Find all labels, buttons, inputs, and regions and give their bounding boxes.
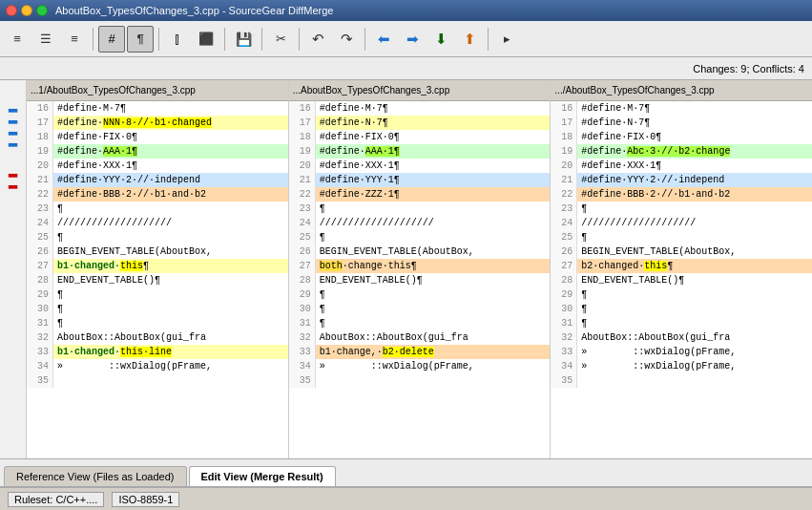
tab-edit-view[interactable]: Edit View (Merge Result) [189, 466, 336, 486]
toolbar-sep-3 [224, 28, 225, 51]
minimize-button[interactable] [21, 5, 32, 16]
prev-change-button[interactable]: ↶ [304, 26, 331, 53]
toolbar: ≡ ☰ ≡ # ¶ ⫿ ⬛ 💾 ✂ ↶ ↷ ⬅ ➡ ⬇ ⬆ ▸ [0, 21, 812, 57]
panel-2-header: ...AboutBox_TypesOfChanges_3.cpp [289, 80, 551, 101]
p1-line-25: 25 ¶ [27, 230, 288, 244]
p2-line-19: 19 #define·AAA·1¶ [289, 144, 551, 159]
p3-line-34: 34 » ::wxDialog(pFrame, [551, 359, 812, 373]
p2-line-29: 29 ¶ [289, 287, 551, 302]
p1-line-34: 34 » ::wxDialog(pFrame, [27, 359, 288, 373]
changes-bar: Changes: 9; Conflicts: 4 [0, 57, 812, 80]
merge-left-button[interactable]: ⬅ [370, 26, 397, 53]
columns-button[interactable]: ⫿ [164, 26, 191, 53]
p2-line-35: 35 [289, 373, 551, 388]
panel-1-content[interactable]: 16 #define·M·7¶ 17 #define·NNN·8·//·b1·c… [27, 101, 288, 458]
p3-line-31: 31 ¶ [551, 316, 812, 330]
p2-line-23: 23 ¶ [289, 202, 551, 216]
toolbar-sep-7 [488, 28, 489, 51]
p3-line-35: 35 [551, 373, 812, 388]
sidebar-indicators: ▬ ▬ ▬ ▬ ▬ ▬ [0, 80, 27, 458]
toolbar-sep-2 [158, 28, 159, 51]
p2-line-20: 20 #define·XXX·1¶ [289, 159, 551, 173]
p3-line-26: 26 BEGIN_EVENT_TABLE(AboutBox, [551, 244, 812, 259]
tab-bar: Reference View (Files as Loaded) Edit Vi… [0, 458, 812, 487]
p1-line-19: 19 #define·AAA·1¶ [27, 144, 288, 159]
main-content: ▬ ▬ ▬ ▬ ▬ ▬ ...1/AboutBox_TypesOfChanges… [0, 80, 812, 458]
indicator-4: ▬ [0, 138, 26, 149]
p1-line-18: 18 #define·FIX·0¶ [27, 130, 288, 144]
p2-line-21: 21 #define·YYY·1¶ [289, 173, 551, 187]
p1-line-20: 20 #define·XXX·1¶ [27, 159, 288, 173]
p3-line-16: 16 #define·M·7¶ [551, 101, 812, 116]
p3-line-30: 30 ¶ [551, 302, 812, 316]
save-button[interactable]: 💾 [230, 26, 257, 53]
status-bar: Ruleset: C/C++.... ISO-8859-1 [0, 487, 812, 510]
p1-line-33: 33 b1·changed·this·line [27, 345, 288, 359]
p2-line-28: 28 END_EVENT_TABLE()¶ [289, 273, 551, 287]
toolbar-btn-3[interactable]: ≡ [61, 26, 88, 53]
p3-line-27: 27 b2·changed·this¶ [551, 259, 812, 273]
p2-line-30: 30 ¶ [289, 302, 551, 316]
panel-1-header: ...1/AboutBox_TypesOfChanges_3.cpp [27, 80, 288, 101]
p2-line-26: 26 BEGIN_EVENT_TABLE(AboutBox, [289, 244, 551, 259]
p1-line-32: 32 AboutBox::AboutBox(gui_fra [27, 330, 288, 345]
status-encoding: ISO-8859-1 [112, 492, 179, 507]
p1-line-17: 17 #define·NNN·8·//·b1·changed [27, 116, 288, 130]
p3-line-21: 21 #define·YYY·2·//·independ [551, 173, 812, 187]
panel-3-header: .../AboutBox_TypesOfChanges_3.cpp [551, 80, 812, 101]
p1-line-27: 27 b1·changed·this¶ [27, 259, 288, 273]
cut-button[interactable]: ✂ [267, 26, 294, 53]
toolbar-sep-4 [261, 28, 262, 51]
rows-button[interactable]: ⬛ [193, 26, 219, 53]
toolbar-btn-2[interactable]: ☰ [32, 26, 59, 53]
changes-text: Changes: 9; Conflicts: 4 [693, 63, 804, 74]
merge-up-button[interactable]: ⬆ [456, 26, 483, 53]
panel-2-content[interactable]: 16 #define·M·7¶ 17 #define·N·7¶ 18 #defi… [289, 101, 551, 458]
p3-line-18: 18 #define·FIX·0¶ [551, 130, 812, 144]
p3-line-29: 29 ¶ [551, 287, 812, 302]
status-ruleset: Ruleset: C/C++.... [8, 492, 104, 507]
tab-reference-view[interactable]: Reference View (Files as Loaded) [4, 466, 187, 486]
toolbar-btn-1[interactable]: ≡ [4, 26, 31, 53]
toolbar-sep-5 [299, 28, 300, 51]
p2-line-16: 16 #define·M·7¶ [289, 101, 551, 116]
maximize-button[interactable] [36, 5, 48, 16]
p2-line-25: 25 ¶ [289, 230, 551, 244]
merge-down-button[interactable]: ⬇ [427, 26, 454, 53]
p1-line-21: 21 #define·YYY·2·//·independ [27, 173, 288, 187]
p3-line-33: 33 » ::wxDialog(pFrame, [551, 345, 812, 359]
p1-line-16: 16 #define·M·7¶ [27, 101, 288, 116]
title-bar: AboutBox_TypesOfChanges_3.cpp - SourceGe… [0, 0, 812, 21]
p1-line-35: 35 [27, 373, 288, 388]
p2-line-34: 34 » ::wxDialog(pFrame, [289, 359, 551, 373]
next-change-button[interactable]: ↷ [333, 26, 360, 53]
p3-line-19: 19 #define·Abc·3·//·b2·change [551, 144, 812, 159]
p1-line-22: 22 #define·BBB·2·//·b1·and·b2 [27, 187, 288, 202]
p2-line-18: 18 #define·FIX·0¶ [289, 130, 551, 144]
window-controls[interactable] [6, 5, 48, 16]
diff-panel-2: ...AboutBox_TypesOfChanges_3.cpp 16 #def… [289, 80, 552, 458]
p1-line-30: 30 ¶ [27, 302, 288, 316]
toggle-whitespace-button[interactable]: ¶ [127, 26, 154, 53]
p3-line-25: 25 ¶ [551, 230, 812, 244]
p3-line-28: 28 END_EVENT_TABLE()¶ [551, 273, 812, 287]
more-button[interactable]: ▸ [493, 26, 520, 53]
indicator-6: ▬ [0, 180, 26, 191]
diff-panel-3: .../AboutBox_TypesOfChanges_3.cpp 16 #de… [551, 80, 812, 458]
p2-line-31: 31 ¶ [289, 316, 551, 330]
p1-line-26: 26 BEGIN_EVENT_TABLE(AboutBox, [27, 244, 288, 259]
merge-right-button[interactable]: ➡ [399, 26, 426, 53]
close-button[interactable] [6, 5, 17, 16]
p3-line-24: 24 //////////////////// [551, 216, 812, 230]
p2-line-22: 22 #define·ZZZ·1¶ [289, 187, 551, 202]
p2-line-32: 32 AboutBox::AboutBox(gui_fra [289, 330, 551, 345]
p1-line-31: 31 ¶ [27, 316, 288, 330]
p3-line-17: 17 #define·N·7¶ [551, 116, 812, 130]
p1-line-24: 24 //////////////////// [27, 216, 288, 230]
toggle-line-numbers-button[interactable]: # [98, 26, 125, 53]
p1-line-29: 29 ¶ [27, 287, 288, 302]
panel-3-content[interactable]: 16 #define·M·7¶ 17 #define·N·7¶ 18 #defi… [551, 101, 812, 458]
toolbar-sep-1 [93, 28, 94, 51]
p3-line-20: 20 #define·XXX·1¶ [551, 159, 812, 173]
p2-line-27: 27 both·change·this¶ [289, 259, 551, 273]
